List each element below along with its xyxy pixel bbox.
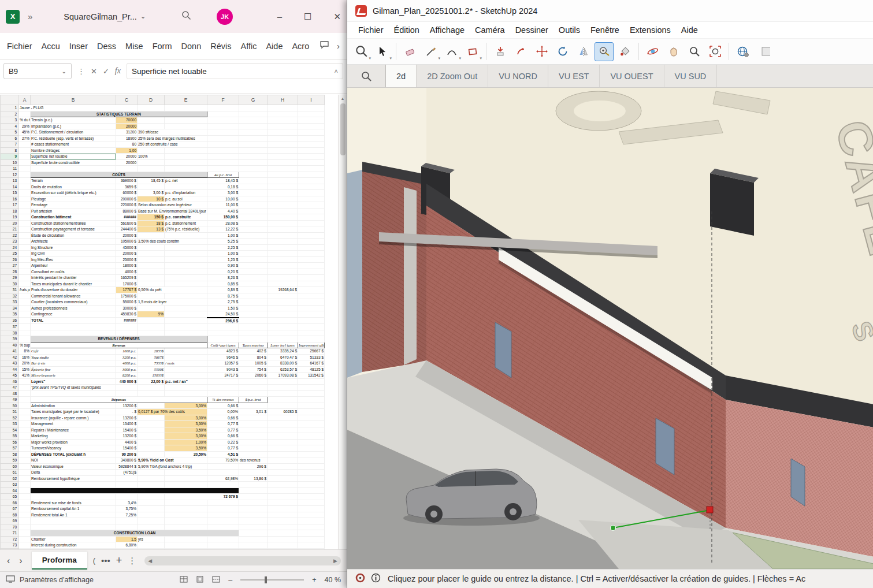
cell[interactable]: 16% (19, 354, 31, 360)
cell[interactable]: Selon discussion avec ingénieur (138, 202, 207, 209)
cell[interactable] (298, 403, 325, 409)
cell[interactable]: 2,75 $ (207, 299, 239, 306)
display-settings-icon[interactable] (6, 575, 15, 585)
cell[interactable] (298, 451, 325, 457)
row-header-30[interactable]: 30 (1, 281, 19, 287)
cell[interactable] (165, 330, 207, 336)
cell[interactable]: Autres professionnels (31, 305, 116, 311)
cell[interactable]: Café (31, 348, 116, 355)
cell[interactable] (268, 385, 298, 391)
cell[interactable] (207, 142, 239, 148)
cell[interactable] (207, 482, 239, 488)
cell[interactable] (138, 123, 165, 129)
cell[interactable] (268, 281, 298, 287)
row-header-23[interactable]: 23 (1, 239, 19, 245)
cell[interactable] (239, 166, 268, 172)
cell[interactable] (268, 475, 298, 482)
row-header-46[interactable]: 46 (1, 378, 19, 385)
cell[interactable] (165, 117, 207, 124)
cell[interactable]: Construction stationnement/allée (31, 220, 116, 226)
row-header-44[interactable]: 44 (1, 366, 19, 373)
cell[interactable]: (75% p.c. résiduelle) (165, 226, 207, 233)
cell[interactable] (268, 445, 298, 452)
scrollbar-thumb[interactable] (340, 103, 346, 155)
cell[interactable]: 7,25% (116, 512, 138, 518)
cell[interactable] (116, 475, 138, 482)
cell[interactable] (207, 154, 239, 160)
cell[interactable]: Basé sur M. Environnemental 3240L/jour (138, 208, 207, 214)
cell[interactable] (116, 324, 138, 330)
cell[interactable] (239, 239, 268, 245)
cell[interactable]: 1,5 mois de loyer (138, 299, 207, 306)
cell[interactable]: 18 $ (138, 220, 165, 226)
cell[interactable] (165, 470, 207, 476)
next-sheet-button[interactable]: › (19, 556, 22, 566)
ribbon-tab-form[interactable]: Form (148, 42, 177, 51)
cell[interactable] (165, 305, 207, 311)
cell[interactable] (207, 470, 239, 476)
arc-tool-icon[interactable]: ▾ (442, 42, 461, 61)
cell[interactable] (239, 421, 268, 427)
row-header-29[interactable]: 29 (1, 275, 19, 281)
menu-affichage[interactable]: Affichage (425, 24, 470, 36)
cell[interactable] (298, 506, 325, 512)
cell[interactable] (268, 269, 298, 275)
cell[interactable] (138, 324, 165, 330)
row-header-6[interactable]: 6 (1, 135, 19, 142)
guide-end-handle[interactable] (707, 507, 713, 513)
cell[interactable] (298, 178, 325, 184)
cell[interactable] (298, 287, 325, 293)
cell[interactable]: 296,6 $ (207, 318, 239, 324)
cell[interactable]: Delta (31, 470, 116, 476)
cell[interactable] (268, 433, 298, 440)
cell[interactable] (19, 147, 31, 154)
cell[interactable]: 18,45 $ (207, 178, 239, 184)
cell[interactable]: % du terrain (19, 117, 31, 124)
cell[interactable]: Terrain (p.c.) (31, 117, 116, 124)
cell[interactable] (298, 135, 325, 142)
cell[interactable] (239, 305, 268, 311)
cell[interactable]: Bar à vin (31, 360, 116, 367)
cell[interactable] (298, 214, 325, 221)
cell[interactable] (19, 281, 31, 287)
cell[interactable] (239, 269, 268, 275)
cell[interactable]: 175000 $ (116, 293, 138, 299)
cell[interactable]: 55000 $ (116, 299, 138, 306)
cell[interactable] (268, 263, 298, 269)
cell[interactable] (239, 226, 268, 233)
cell[interactable] (268, 220, 298, 226)
minimize-button[interactable]: – (277, 12, 282, 22)
cell[interactable] (19, 530, 31, 537)
cell[interactable]: 3200 p.c. (116, 354, 138, 360)
push-pull-tool-icon[interactable] (491, 42, 510, 61)
cell[interactable] (19, 214, 31, 221)
row-header-59[interactable]: 59 (1, 457, 19, 464)
cell[interactable] (239, 330, 268, 336)
paint-bucket-tool-icon[interactable] (615, 42, 634, 61)
cell[interactable] (138, 470, 165, 476)
cell[interactable] (19, 500, 31, 506)
cell[interactable] (19, 475, 31, 482)
cell[interactable] (165, 536, 207, 542)
ribbon-tab-aide[interactable]: Aide (261, 42, 287, 51)
cell[interactable]: Taxes mun/mo (239, 342, 268, 348)
cell[interactable] (19, 275, 31, 281)
cell[interactable] (19, 184, 31, 190)
cell[interactable]: Remboursement capital An 1 (31, 506, 116, 512)
cell[interactable]: Ing Structure (31, 244, 116, 251)
line-tool-icon[interactable]: ▾ (421, 42, 440, 61)
cell[interactable] (239, 129, 268, 136)
cell[interactable] (207, 390, 239, 397)
cell[interactable] (298, 293, 325, 299)
cell[interactable]: 0,00% (207, 409, 239, 415)
cell[interactable] (165, 105, 207, 111)
row-header-39[interactable]: 39 (1, 336, 19, 343)
cell[interactable] (19, 415, 31, 421)
cell[interactable] (165, 506, 207, 512)
cell[interactable]: p.c. construite (165, 214, 207, 221)
cell[interactable]: 48125 $ (298, 366, 325, 373)
cell[interactable] (298, 172, 325, 178)
cell[interactable] (239, 190, 268, 196)
cell[interactable] (298, 123, 325, 129)
cell[interactable]: Superficie net louable (31, 154, 116, 160)
